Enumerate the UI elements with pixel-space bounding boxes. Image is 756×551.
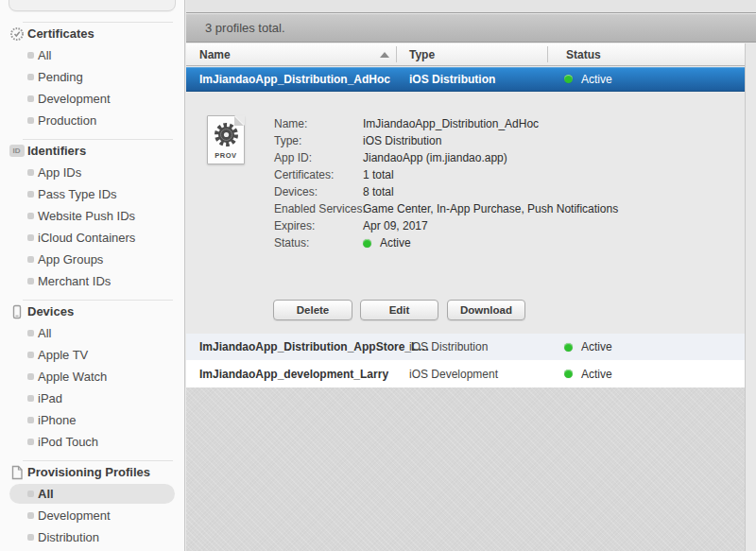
- table-row-selected[interactable]: ImJiandaoApp_Distribution_AdHoc iOS Dist…: [186, 67, 745, 92]
- profile-name: ImJiandaoApp_development_Larry: [199, 360, 388, 387]
- profile-detail-panel: PROV Name: ImJiandaoApp_Distribution_AdH…: [186, 93, 745, 334]
- sidebar-section-provisioning-profiles[interactable]: Provisioning Profiles: [0, 461, 184, 483]
- sidebar-item-profiles-development[interactable]: Development: [0, 505, 184, 526]
- column-header-name[interactable]: Name: [199, 43, 231, 66]
- field-value: iOS Distribution: [363, 132, 441, 149]
- bullet-icon: [27, 52, 34, 59]
- status-active-dot-icon: [564, 343, 573, 352]
- sidebar-item-certificates-production[interactable]: Production: [0, 110, 184, 131]
- field-value: Game Center, In-App Purchase, Push Notif…: [363, 200, 618, 217]
- main-content: 3 profiles total. Name Type Status ImJia…: [186, 0, 756, 551]
- detail-field-status: Status: Active: [186, 234, 745, 251]
- table-header: Name Type Status: [186, 43, 745, 66]
- column-divider: [396, 46, 397, 62]
- bullet-icon: [27, 234, 34, 241]
- content-top-strip: [186, 0, 756, 13]
- field-label: Status:: [274, 234, 309, 251]
- sidebar-section-label: Identifiers: [27, 140, 86, 162]
- bullet-icon: [27, 191, 34, 198]
- field-value: 8 total: [363, 183, 394, 200]
- bullet-icon: [27, 117, 34, 124]
- table-row[interactable]: ImJiandaoApp_development_Larry iOS Devel…: [186, 360, 745, 387]
- detail-field: Devices: 8 total: [186, 183, 745, 200]
- sidebar-section-label: Provisioning Profiles: [27, 461, 150, 483]
- sidebar-item-ipod-touch[interactable]: iPod Touch: [0, 431, 184, 453]
- sidebar-item-certificates-pending[interactable]: Pending: [0, 66, 184, 88]
- mobile-device-icon: [9, 303, 25, 319]
- sidebar-item-website-push-ids[interactable]: Website Push IDs: [0, 205, 184, 227]
- bullet-icon: [27, 512, 34, 519]
- column-header-status[interactable]: Status: [566, 43, 601, 66]
- bullet-icon: [27, 352, 34, 358]
- field-label: Type:: [274, 132, 301, 149]
- detail-field: App ID: JiandaoApp (im.jiandao.app): [186, 149, 745, 166]
- field-label: Enabled Services:: [274, 200, 366, 217]
- sidebar-item-icloud-containers[interactable]: iCloud Containers: [0, 227, 184, 249]
- sidebar-section-identifiers[interactable]: ID Identifiers: [0, 140, 184, 162]
- profile-status: Active: [564, 360, 612, 387]
- field-value: ImJiandaoApp_Distribution_AdHoc: [363, 115, 539, 132]
- sidebar-item-apple-watch[interactable]: Apple Watch: [0, 366, 184, 387]
- sidebar-item-devices-all[interactable]: All: [0, 322, 184, 344]
- sidebar-item-profiles-all[interactable]: All: [0, 483, 184, 505]
- field-value: Active: [363, 234, 411, 251]
- status-active-dot-icon: [564, 75, 573, 83]
- bullet-icon: [27, 74, 34, 80]
- status-active-dot-icon: [363, 239, 371, 248]
- provisioning-profiles-page: Certificates All Pending Development Pro…: [0, 0, 756, 551]
- profile-type: iOS Development: [409, 360, 498, 387]
- profiles-count-text: 3 profiles total.: [205, 21, 285, 35]
- document-icon: [9, 464, 25, 480]
- column-divider: [547, 46, 548, 62]
- field-value: Apr 09, 2017: [363, 217, 428, 234]
- sidebar-section-label: Devices: [27, 301, 74, 322]
- sidebar-item-ipad[interactable]: iPad: [0, 387, 184, 409]
- detail-field: Enabled Services: Game Center, In-App Pu…: [186, 200, 745, 217]
- sidebar-section-label: Certificates: [27, 23, 94, 44]
- sidebar-item-apple-tv[interactable]: Apple TV: [0, 344, 184, 366]
- vertical-scrollbar[interactable]: [745, 43, 756, 551]
- sidebar-item-iphone[interactable]: iPhone: [0, 409, 184, 431]
- detail-field: Type: iOS Distribution: [186, 132, 745, 149]
- bullet-icon: [27, 169, 34, 176]
- bullet-icon: [27, 95, 34, 102]
- certificate-seal-icon: [9, 26, 25, 42]
- field-value: JiandaoApp (im.jiandao.app): [363, 149, 507, 166]
- profile-status: Active: [564, 67, 612, 91]
- sidebar-item-certificates-development[interactable]: Development: [0, 88, 184, 110]
- bullet-icon: [27, 213, 34, 219]
- sidebar-item-app-ids[interactable]: App IDs: [0, 162, 184, 183]
- detail-field: Certificates: 1 total: [186, 166, 745, 183]
- background-texture: [186, 387, 745, 551]
- sidebar-item-app-groups[interactable]: App Groups: [0, 249, 184, 270]
- detail-field: Expires: Apr 09, 2017: [186, 217, 745, 234]
- field-value: 1 total: [363, 166, 394, 183]
- bullet-icon: [27, 373, 34, 380]
- field-label: Devices:: [274, 183, 318, 200]
- bullet-icon: [27, 256, 34, 263]
- bullet-icon: [27, 534, 34, 541]
- sidebar-item-profiles-distribution[interactable]: Distribution: [0, 526, 184, 548]
- profile-name: ImJiandaoApp_Distribution_AppStore_L…: [199, 334, 429, 360]
- table-row[interactable]: ImJiandaoApp_Distribution_AppStore_L… iO…: [186, 334, 745, 360]
- profile-type: iOS Distribution: [409, 67, 495, 91]
- field-label: App ID:: [274, 149, 312, 166]
- download-button[interactable]: Download: [447, 300, 525, 320]
- field-label: Name:: [274, 115, 307, 132]
- field-label: Certificates:: [274, 166, 334, 183]
- column-header-type[interactable]: Type: [409, 43, 435, 66]
- sidebar-section-devices[interactable]: Devices: [0, 301, 184, 322]
- sidebar-section-certificates[interactable]: Certificates: [0, 23, 184, 44]
- status-active-dot-icon: [564, 370, 573, 378]
- sidebar-item-pass-type-ids[interactable]: Pass Type IDs: [0, 183, 184, 205]
- field-label: Expires:: [274, 217, 315, 234]
- edit-button[interactable]: Edit: [360, 300, 438, 320]
- sidebar-item-merchant-ids[interactable]: Merchant IDs: [0, 270, 184, 292]
- delete-button[interactable]: Delete: [273, 300, 352, 320]
- profile-type: iOS Distribution: [409, 334, 488, 360]
- bullet-icon: [27, 395, 34, 402]
- bullet-icon: [27, 278, 34, 284]
- id-badge-icon: ID: [9, 143, 25, 159]
- selected-pill: [9, 484, 175, 504]
- sidebar-item-certificates-all[interactable]: All: [0, 44, 184, 66]
